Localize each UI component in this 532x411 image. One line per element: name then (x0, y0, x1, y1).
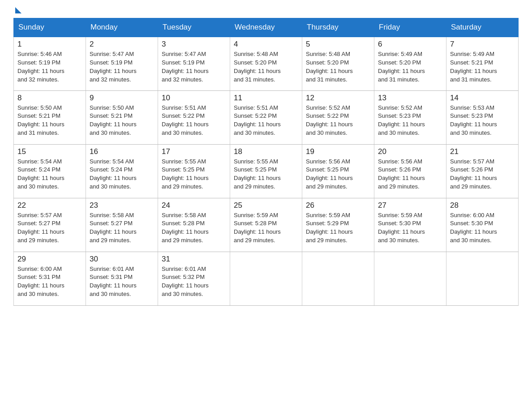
calendar-week-row: 29 Sunrise: 6:00 AM Sunset: 5:31 PM Dayl… (14, 252, 519, 305)
calendar-cell: 17 Sunrise: 5:55 AM Sunset: 5:25 PM Dayl… (158, 144, 230, 198)
day-number: 19 (306, 147, 370, 156)
calendar-week-row: 8 Sunrise: 5:50 AM Sunset: 5:21 PM Dayli… (14, 90, 519, 144)
header-sunday: Sunday (14, 18, 86, 37)
day-number: 17 (162, 147, 226, 156)
header-monday: Monday (86, 18, 158, 37)
day-number: 9 (90, 94, 154, 103)
day-info: Sunrise: 5:57 AM Sunset: 5:27 PM Dayligh… (17, 211, 82, 245)
day-info: Sunrise: 5:59 AM Sunset: 5:30 PM Dayligh… (378, 211, 442, 245)
day-number: 27 (378, 201, 442, 210)
day-info: Sunrise: 5:54 AM Sunset: 5:24 PM Dayligh… (90, 158, 154, 191)
day-info: Sunrise: 5:49 AM Sunset: 5:21 PM Dayligh… (450, 50, 515, 84)
calendar-cell: 12 Sunrise: 5:52 AM Sunset: 5:22 PM Dayl… (302, 90, 374, 144)
day-number: 25 (234, 201, 298, 210)
calendar-table: SundayMondayTuesdayWednesdayThursdayFrid… (13, 18, 519, 306)
day-info: Sunrise: 5:52 AM Sunset: 5:23 PM Dayligh… (378, 104, 442, 137)
day-info: Sunrise: 5:48 AM Sunset: 5:20 PM Dayligh… (306, 50, 370, 84)
day-number: 31 (162, 255, 226, 264)
calendar-cell: 24 Sunrise: 5:58 AM Sunset: 5:28 PM Dayl… (158, 198, 230, 252)
calendar-cell: 8 Sunrise: 5:50 AM Sunset: 5:21 PM Dayli… (14, 90, 86, 144)
calendar-header-row: SundayMondayTuesdayWednesdayThursdayFrid… (14, 18, 519, 37)
calendar-cell: 30 Sunrise: 6:01 AM Sunset: 5:31 PM Dayl… (86, 252, 158, 305)
day-info: Sunrise: 5:59 AM Sunset: 5:29 PM Dayligh… (306, 211, 370, 245)
day-number: 13 (378, 94, 442, 103)
day-info: Sunrise: 5:52 AM Sunset: 5:22 PM Dayligh… (306, 104, 370, 137)
calendar-week-row: 1 Sunrise: 5:46 AM Sunset: 5:19 PM Dayli… (14, 37, 519, 90)
header-thursday: Thursday (302, 18, 374, 37)
day-number: 28 (450, 201, 515, 210)
day-number: 11 (234, 94, 298, 103)
day-number: 3 (162, 40, 226, 49)
calendar-week-row: 22 Sunrise: 5:57 AM Sunset: 5:27 PM Dayl… (14, 198, 519, 252)
calendar-cell: 28 Sunrise: 6:00 AM Sunset: 5:30 PM Dayl… (446, 198, 519, 252)
day-info: Sunrise: 5:54 AM Sunset: 5:24 PM Dayligh… (17, 158, 82, 191)
calendar-cell: 19 Sunrise: 5:56 AM Sunset: 5:25 PM Dayl… (302, 144, 374, 198)
day-number: 26 (306, 201, 370, 210)
day-info: Sunrise: 6:00 AM Sunset: 5:30 PM Dayligh… (450, 211, 515, 245)
logo-triangle-icon (15, 7, 21, 13)
calendar-cell: 1 Sunrise: 5:46 AM Sunset: 5:19 PM Dayli… (14, 37, 86, 90)
day-info: Sunrise: 5:49 AM Sunset: 5:20 PM Dayligh… (378, 50, 442, 84)
calendar-cell: 7 Sunrise: 5:49 AM Sunset: 5:21 PM Dayli… (446, 37, 519, 90)
day-number: 1 (17, 40, 82, 49)
day-info: Sunrise: 5:50 AM Sunset: 5:21 PM Dayligh… (90, 104, 154, 137)
day-info: Sunrise: 5:53 AM Sunset: 5:23 PM Dayligh… (450, 104, 515, 137)
calendar-cell: 26 Sunrise: 5:59 AM Sunset: 5:29 PM Dayl… (302, 198, 374, 252)
day-info: Sunrise: 5:47 AM Sunset: 5:19 PM Dayligh… (162, 50, 226, 84)
day-number: 2 (90, 40, 154, 49)
day-info: Sunrise: 6:01 AM Sunset: 5:31 PM Dayligh… (90, 265, 154, 299)
day-number: 5 (306, 40, 370, 49)
calendar-cell: 27 Sunrise: 5:59 AM Sunset: 5:30 PM Dayl… (374, 198, 446, 252)
calendar-cell: 20 Sunrise: 5:56 AM Sunset: 5:26 PM Dayl… (374, 144, 446, 198)
calendar-cell: 10 Sunrise: 5:51 AM Sunset: 5:22 PM Dayl… (158, 90, 230, 144)
day-info: Sunrise: 5:58 AM Sunset: 5:28 PM Dayligh… (162, 211, 226, 245)
day-number: 15 (17, 147, 82, 156)
day-info: Sunrise: 5:51 AM Sunset: 5:22 PM Dayligh… (234, 104, 298, 137)
day-number: 23 (90, 201, 154, 210)
calendar-cell: 25 Sunrise: 5:59 AM Sunset: 5:28 PM Dayl… (230, 198, 302, 252)
day-number: 10 (162, 94, 226, 103)
calendar-cell (230, 252, 302, 305)
day-number: 16 (90, 147, 154, 156)
calendar-cell: 3 Sunrise: 5:47 AM Sunset: 5:19 PM Dayli… (158, 37, 230, 90)
day-info: Sunrise: 5:46 AM Sunset: 5:19 PM Dayligh… (17, 50, 82, 84)
calendar-cell (302, 252, 374, 305)
day-info: Sunrise: 5:57 AM Sunset: 5:26 PM Dayligh… (450, 158, 515, 191)
day-number: 22 (17, 201, 82, 210)
calendar-cell: 22 Sunrise: 5:57 AM Sunset: 5:27 PM Dayl… (14, 198, 86, 252)
day-number: 29 (17, 255, 82, 264)
day-info: Sunrise: 5:55 AM Sunset: 5:25 PM Dayligh… (162, 158, 226, 191)
calendar-cell: 9 Sunrise: 5:50 AM Sunset: 5:21 PM Dayli… (86, 90, 158, 144)
page-header (13, 9, 519, 13)
calendar-cell: 31 Sunrise: 6:01 AM Sunset: 5:32 PM Dayl… (158, 252, 230, 305)
day-number: 4 (234, 40, 298, 49)
header-tuesday: Tuesday (158, 18, 230, 37)
day-number: 7 (450, 40, 515, 49)
header-friday: Friday (374, 18, 446, 37)
day-number: 30 (90, 255, 154, 264)
calendar-cell: 11 Sunrise: 5:51 AM Sunset: 5:22 PM Dayl… (230, 90, 302, 144)
calendar-cell: 16 Sunrise: 5:54 AM Sunset: 5:24 PM Dayl… (86, 144, 158, 198)
calendar-cell: 14 Sunrise: 5:53 AM Sunset: 5:23 PM Dayl… (446, 90, 519, 144)
calendar-cell: 5 Sunrise: 5:48 AM Sunset: 5:20 PM Dayli… (302, 37, 374, 90)
calendar-cell: 23 Sunrise: 5:58 AM Sunset: 5:27 PM Dayl… (86, 198, 158, 252)
day-info: Sunrise: 6:01 AM Sunset: 5:32 PM Dayligh… (162, 265, 226, 299)
day-info: Sunrise: 5:48 AM Sunset: 5:20 PM Dayligh… (234, 50, 298, 84)
day-info: Sunrise: 5:56 AM Sunset: 5:25 PM Dayligh… (306, 158, 370, 191)
day-number: 24 (162, 201, 226, 210)
calendar-cell: 18 Sunrise: 5:55 AM Sunset: 5:25 PM Dayl… (230, 144, 302, 198)
calendar-cell (446, 252, 519, 305)
day-info: Sunrise: 5:58 AM Sunset: 5:27 PM Dayligh… (90, 211, 154, 245)
day-info: Sunrise: 6:00 AM Sunset: 5:31 PM Dayligh… (17, 265, 82, 299)
calendar-cell: 29 Sunrise: 6:00 AM Sunset: 5:31 PM Dayl… (14, 252, 86, 305)
day-number: 8 (17, 94, 82, 103)
day-number: 14 (450, 94, 515, 103)
day-number: 18 (234, 147, 298, 156)
day-number: 21 (450, 147, 515, 156)
calendar-cell: 4 Sunrise: 5:48 AM Sunset: 5:20 PM Dayli… (230, 37, 302, 90)
day-info: Sunrise: 5:47 AM Sunset: 5:19 PM Dayligh… (90, 50, 154, 84)
calendar-cell: 21 Sunrise: 5:57 AM Sunset: 5:26 PM Dayl… (446, 144, 519, 198)
logo (13, 9, 21, 13)
header-saturday: Saturday (446, 18, 519, 37)
day-info: Sunrise: 5:50 AM Sunset: 5:21 PM Dayligh… (17, 104, 82, 137)
